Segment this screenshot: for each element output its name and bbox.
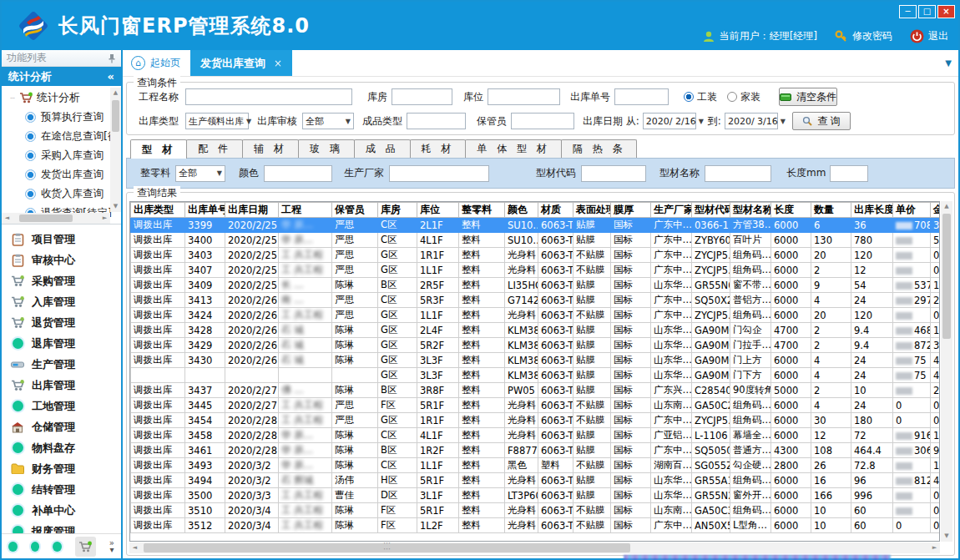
table-cell[interactable]: 整料 <box>459 473 505 488</box>
table-cell[interactable] <box>893 263 931 278</box>
table-row-6[interactable]: 调拨出库34242020/2/26工 共工程严思G区1L1F整料光身料6063-… <box>131 308 941 323</box>
table-cell[interactable]: 2 <box>811 323 851 338</box>
table-cell[interactable]: L型角… <box>730 518 771 533</box>
sidebar-item-9[interactable]: 仓储管理 <box>2 416 121 437</box>
table-cell[interactable]: 998 <box>931 443 941 458</box>
table-cell[interactable]: 6063-T5 <box>538 473 573 488</box>
location-input[interactable] <box>488 88 560 105</box>
table-cell[interactable]: 3R8F <box>417 383 459 398</box>
column-header[interactable]: 型材名称 <box>730 203 771 218</box>
table-cell[interactable]: 4700 <box>771 323 811 338</box>
audit-select[interactable]: 全部▼ <box>302 113 354 129</box>
table-cell[interactable]: 调拨出库 <box>131 383 185 398</box>
material-tab-4[interactable]: 成 品 <box>354 139 411 158</box>
table-cell[interactable]: 6063-T5 <box>538 398 573 413</box>
table-cell[interactable]: 2020/2/27 <box>225 383 279 398</box>
table-cell[interactable]: 调拨出库 <box>131 488 185 503</box>
table-cell[interactable]: 2020/2/26 <box>225 323 279 338</box>
table-cell[interactable]: 山东南… <box>651 398 692 413</box>
table-row-12[interactable]: 调拨出库34452020/2/27工 共工程严思F区5R1F整料光身料6063-… <box>131 398 941 413</box>
table-row-0[interactable]: 调拨出库33992020/2/25华 原…严思C区2L1F整料SU10…6063… <box>131 218 941 233</box>
table-cell[interactable]: 陈琳 <box>332 458 378 473</box>
table-cell[interactable]: 0 <box>893 413 931 428</box>
table-cell[interactable]: 6000 <box>771 413 811 428</box>
table-row-1[interactable]: 调拨出库34002020/2/25华 原…严思C区4L1F整料SU10…6063… <box>131 233 941 248</box>
tree-vertical-scrollbar[interactable]: ▲ ▼ <box>110 88 121 212</box>
column-header[interactable]: 型材代码 <box>692 203 730 218</box>
table-cell[interactable]: 光身料 <box>505 428 538 443</box>
table-cell[interactable]: 6000 <box>771 233 811 248</box>
tab-shipment-query[interactable]: 发货出库查询 × <box>190 50 292 76</box>
scroll-down-icon[interactable]: ▼ <box>941 531 952 542</box>
table-cell[interactable] <box>893 383 931 398</box>
table-cell[interactable]: 3409 <box>185 278 225 293</box>
table-cell[interactable]: 长 … <box>279 278 332 293</box>
table-cell[interactable]: GA50C37 <box>692 503 730 518</box>
table-cell[interactable]: 6000 <box>771 503 811 518</box>
table-cell[interactable]: 整料 <box>459 503 505 518</box>
table-cell[interactable]: 整料 <box>459 338 505 353</box>
sidebar-item-1[interactable]: 审核中心 <box>2 250 121 270</box>
table-cell[interactable]: F8877FT <box>505 443 538 458</box>
table-cell[interactable]: 广东中… <box>651 248 692 263</box>
table-cell[interactable]: 广东中… <box>651 308 692 323</box>
table-cell[interactable]: 门拉手… <box>730 338 771 353</box>
table-cell[interactable]: 0 <box>931 518 941 533</box>
table-cell[interactable]: 勾企硬… <box>730 458 771 473</box>
table-cell[interactable]: 9.4 <box>851 323 893 338</box>
table-cell[interactable]: 不贴膜 <box>573 413 611 428</box>
table-cell[interactable]: 916 <box>893 428 931 443</box>
search-button[interactable]: 查 询 <box>792 112 851 130</box>
table-cell[interactable]: 工 共工程 <box>279 503 332 518</box>
table-cell[interactable]: 4 <box>811 293 851 308</box>
table-cell[interactable]: 严思 <box>332 248 378 263</box>
table-cell[interactable]: G区 <box>378 248 417 263</box>
tree-item-0[interactable]: 预算执行查询 <box>5 108 112 127</box>
order-no-input[interactable] <box>614 88 669 105</box>
clear-conditions-button[interactable]: 清空条件 <box>779 88 837 106</box>
footer-dot-icon[interactable] <box>8 542 18 552</box>
table-cell[interactable]: F区 <box>378 518 417 533</box>
table-cell[interactable]: 2 <box>811 383 851 398</box>
table-cell[interactable]: 调拨出库 <box>131 353 185 368</box>
table-cell[interactable]: 国标 <box>611 518 651 533</box>
length-input[interactable] <box>830 165 868 182</box>
table-cell[interactable]: 组角码… <box>730 263 771 278</box>
table-cell[interactable]: 国标 <box>611 278 651 293</box>
table-cell[interactable]: 708 <box>893 218 931 233</box>
table-cell[interactable]: 6 <box>811 218 851 233</box>
table-cell[interactable]: 5R1F <box>417 473 459 488</box>
table-cell[interactable]: C区 <box>378 428 417 443</box>
scroll-up-icon[interactable]: ▲ <box>941 201 952 212</box>
table-cell[interactable]: 2020/3/4 <box>225 503 279 518</box>
table-cell[interactable]: 国标 <box>611 473 651 488</box>
table-cell[interactable]: 439 <box>931 353 941 368</box>
table-cell[interactable]: 工 共工程 <box>279 308 332 323</box>
column-header[interactable]: 颜色 <box>505 203 538 218</box>
table-cell[interactable]: 2020/3/3 <box>225 488 279 503</box>
table-cell[interactable]: 0 <box>931 248 941 263</box>
table-cell[interactable]: 90度转角 <box>730 383 771 398</box>
table-cell[interactable]: 整料 <box>459 278 505 293</box>
table-cell[interactable]: 华 原… <box>279 458 332 473</box>
table-cell[interactable]: 5R1F <box>417 398 459 413</box>
table-cell[interactable]: 不贴膜 <box>573 518 611 533</box>
table-cell[interactable]: 468 <box>893 323 931 338</box>
table-cell[interactable]: 贴膜 <box>573 218 611 233</box>
table-cell[interactable] <box>893 248 931 263</box>
table-cell[interactable]: 国标 <box>611 293 651 308</box>
table-cell[interactable]: 166 <box>811 488 851 503</box>
table-cell[interactable]: 山东华… <box>651 368 692 383</box>
results-vertical-scrollbar[interactable]: ▲ ▼ <box>941 201 952 542</box>
table-cell[interactable]: 75 <box>893 353 931 368</box>
table-cell[interactable]: 3500 <box>185 488 225 503</box>
table-cell[interactable]: 3428 <box>185 323 225 338</box>
table-cell[interactable]: 石 城 <box>279 338 332 353</box>
table-cell[interactable]: 2020/3/2 <box>225 473 279 488</box>
table-cell[interactable]: 国标 <box>611 488 651 503</box>
table-cell[interactable]: 调拨出库 <box>131 518 185 533</box>
table-cell[interactable]: SU10… <box>505 233 538 248</box>
table-row-9[interactable]: 调拨出库34302020/2/26石 城陈琳G区3L3F整料KLM3817606… <box>131 353 941 368</box>
table-cell[interactable]: 调拨出库 <box>131 233 185 248</box>
table-cell[interactable]: 537 <box>893 278 931 293</box>
